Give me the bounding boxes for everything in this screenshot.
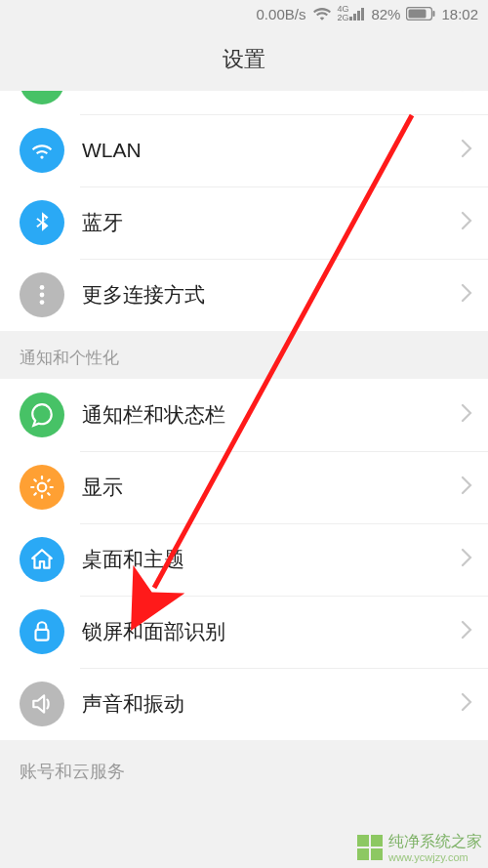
svg-point-8 bbox=[40, 293, 45, 298]
settings-item-label: 通知栏和状态栏 bbox=[82, 401, 461, 429]
signal-icon: 4G 2G bbox=[337, 5, 365, 22]
chevron-right-icon bbox=[461, 403, 472, 428]
settings-item-sound[interactable]: 声音和振动 bbox=[0, 668, 488, 740]
chevron-right-icon bbox=[461, 548, 472, 572]
settings-list[interactable]: WLAN 蓝牙 更多连接方式 通知和个性化 bbox=[0, 91, 488, 868]
wifi-icon bbox=[313, 7, 331, 21]
settings-item-bluetooth[interactable]: 蓝牙 bbox=[0, 186, 488, 259]
settings-item-label: 更多连接方式 bbox=[82, 281, 461, 309]
svg-line-17 bbox=[34, 493, 36, 495]
svg-point-10 bbox=[38, 483, 47, 492]
settings-item-display[interactable]: 显示 bbox=[0, 451, 488, 523]
svg-line-15 bbox=[34, 479, 36, 481]
section-heading-personalize: 通知和个性化 bbox=[0, 331, 488, 379]
settings-item-label: 声音和振动 bbox=[82, 690, 461, 718]
svg-line-16 bbox=[48, 493, 50, 495]
section-heading-account: 账号和云服务 bbox=[0, 740, 488, 783]
svg-point-7 bbox=[40, 285, 45, 290]
chevron-right-icon bbox=[461, 620, 472, 644]
settings-item-label: 显示 bbox=[82, 474, 461, 501]
bluetooth-icon bbox=[20, 200, 64, 245]
display-icon bbox=[20, 465, 64, 510]
sound-icon bbox=[20, 682, 64, 726]
chevron-right-icon bbox=[461, 211, 472, 235]
transfer-icon bbox=[20, 91, 64, 104]
chevron-right-icon bbox=[461, 692, 472, 717]
settings-item-label: 蓝牙 bbox=[82, 209, 461, 236]
page-title: 设置 bbox=[0, 27, 488, 91]
group-personalize: 通知栏和状态栏 显示 桌面和主题 bbox=[0, 379, 488, 740]
settings-item-transfer[interactable] bbox=[0, 91, 488, 114]
settings-item-label: 锁屏和面部识别 bbox=[82, 618, 461, 645]
battery-icon bbox=[406, 7, 435, 21]
settings-item-label: WLAN bbox=[82, 139, 461, 162]
wifi-icon bbox=[20, 128, 64, 173]
svg-rect-0 bbox=[349, 17, 352, 21]
settings-item-desktop-theme[interactable]: 桌面和主题 bbox=[0, 523, 488, 596]
settings-item-lockscreen[interactable]: 锁屏和面部识别 bbox=[0, 596, 488, 668]
settings-item-wlan[interactable]: WLAN bbox=[0, 114, 488, 186]
svg-rect-19 bbox=[36, 630, 49, 641]
svg-rect-5 bbox=[409, 10, 427, 19]
chevron-right-icon bbox=[461, 283, 472, 308]
more-icon bbox=[20, 272, 64, 317]
notification-icon bbox=[20, 393, 64, 437]
settings-item-notification[interactable]: 通知栏和状态栏 bbox=[0, 379, 488, 451]
svg-rect-3 bbox=[361, 8, 364, 21]
svg-rect-2 bbox=[357, 11, 360, 21]
svg-rect-1 bbox=[353, 14, 356, 21]
status-bar: 0.00B/s 4G 2G 82% 18:02 bbox=[0, 0, 488, 27]
svg-rect-6 bbox=[433, 11, 435, 17]
chevron-right-icon bbox=[461, 139, 472, 163]
lock-icon bbox=[20, 609, 64, 654]
settings-item-more-connections[interactable]: 更多连接方式 bbox=[0, 259, 488, 331]
svg-point-9 bbox=[40, 300, 45, 305]
status-time: 18:02 bbox=[441, 6, 478, 22]
group-connectivity: WLAN 蓝牙 更多连接方式 bbox=[0, 91, 488, 331]
settings-item-label: 桌面和主题 bbox=[82, 546, 461, 573]
battery-percent: 82% bbox=[371, 6, 400, 22]
chevron-right-icon bbox=[461, 475, 472, 500]
chevron-right-icon bbox=[461, 91, 472, 97]
status-net-speed: 0.00B/s bbox=[257, 6, 306, 22]
svg-line-18 bbox=[48, 479, 50, 481]
home-icon bbox=[20, 537, 64, 582]
